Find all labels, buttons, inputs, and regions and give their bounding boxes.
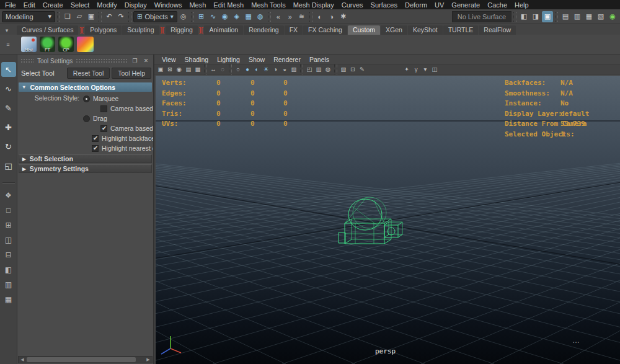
menu-item[interactable]: Windows (151, 1, 186, 9)
layout-custom-icon[interactable]: ▦ (2, 294, 15, 305)
textured-display-icon[interactable]: ◐ (252, 65, 261, 73)
shelf-tab[interactable]: TURTLE (443, 25, 479, 35)
render-settings-icon[interactable]: ✱ (338, 11, 349, 22)
shelf-tab[interactable]: Sculpting (122, 25, 159, 35)
menu-item[interactable]: Create (39, 1, 67, 9)
menu-item[interactable]: UV (431, 1, 448, 9)
tool-settings-titlebar[interactable]: Tool Settings ❐ ✕ (17, 55, 153, 65)
menu-item[interactable]: File (1, 1, 20, 9)
shelf-tab-menu-icon[interactable]: ▾ (2, 25, 12, 35)
snap-to-grid-icon[interactable]: ⊞ (196, 11, 207, 22)
shelf-tab[interactable]: Rendering (244, 25, 283, 35)
shelf-item-paint[interactable] (77, 37, 94, 52)
drag-grip[interactable] (20, 58, 34, 63)
selection-mask-icon[interactable]: ◎ (178, 11, 189, 22)
option-control[interactable] (92, 135, 99, 142)
option-control[interactable] (92, 145, 99, 152)
viewport-canvas[interactable]: Verts: 0 0 0 Edges: 0 0 0 Faces: (156, 76, 620, 364)
output-operations-icon[interactable]: » (285, 11, 296, 22)
shelf-tab[interactable]: Polygons (85, 25, 122, 35)
wireframe-display-icon[interactable]: ○ (234, 65, 242, 73)
snap-to-projected-center-icon[interactable]: ◈ (231, 11, 242, 22)
viewport-menu-item[interactable]: Show (244, 56, 269, 63)
menu-item[interactable]: Generate (448, 1, 484, 9)
shelf-tab[interactable]: FX (285, 25, 303, 35)
scroll-left-icon[interactable]: ◀ (19, 357, 26, 363)
viewport-menu-item[interactable]: Lighting (213, 56, 244, 63)
shelf-tab[interactable]: RealFlow (479, 25, 516, 35)
option-control[interactable] (100, 105, 107, 112)
layout-four-pane-icon[interactable]: ⊞ (2, 220, 15, 231)
xray-icon[interactable]: ▥ (314, 65, 323, 73)
live-surface-field[interactable]: No Live Surface (452, 11, 512, 22)
shelf-tab[interactable]: KeyShot (408, 25, 443, 35)
tool-help-button[interactable]: Tool Help (112, 68, 151, 79)
shaded-display-icon[interactable]: ● (243, 65, 252, 73)
menu-set-dropdown[interactable]: Modeling ▾ (2, 11, 55, 22)
menu-item[interactable]: Display (121, 1, 151, 9)
shelf-options-icon[interactable]: ≡ (3, 40, 13, 49)
layer-editor-toggle-icon[interactable]: ▥ (572, 11, 583, 22)
viewport-menu-item[interactable]: Shading (180, 56, 213, 63)
anti-alias-icon[interactable]: ▨ (290, 65, 298, 73)
attribute-editor-toggle-icon[interactable]: ◨ (530, 11, 541, 22)
viewport-menu-item[interactable]: View (157, 56, 180, 63)
use-all-lights-icon[interactable]: ☀ (262, 65, 270, 73)
shelf-tab[interactable]: Custom (348, 25, 380, 35)
scrollbar-thumb[interactable] (27, 357, 136, 362)
construction-history-icon[interactable]: ≋ (296, 11, 308, 22)
ambient-occlusion-icon[interactable]: ◒ (280, 65, 289, 73)
menu-item[interactable]: Mesh (185, 1, 210, 9)
new-scene-icon[interactable]: ❏ (62, 11, 73, 22)
gamma-icon[interactable]: γ (412, 65, 420, 73)
menu-item[interactable]: Modify (93, 1, 120, 9)
shelf-tab[interactable]: Rigging (166, 25, 198, 35)
section-header-common-selection-options[interactable]: ▼ Common Selection Options (19, 82, 152, 92)
isolate-select-icon[interactable]: ◰ (305, 65, 314, 73)
camera-lock-icon[interactable]: ⊠ (166, 65, 174, 73)
option-control[interactable] (83, 115, 90, 122)
lasso-tool[interactable]: ∿ (1, 81, 16, 96)
shelf-tab[interactable]: FX Caching (303, 25, 347, 35)
menu-item[interactable]: Deform (401, 1, 431, 9)
selection-mask-dropdown[interactable]: ⊞ Objects ▾ (133, 11, 177, 22)
menu-item[interactable]: Surfaces (367, 1, 401, 9)
menu-item[interactable]: Mesh Display (290, 1, 338, 9)
move-tool[interactable]: ✚ (1, 120, 16, 135)
undo-icon[interactable]: ↶ (104, 11, 115, 22)
viewport-menu-item[interactable]: Renderer (269, 56, 305, 63)
symmetry-icon[interactable]: ❖ (2, 190, 15, 201)
grease-pencil-icon[interactable]: ✎ (358, 65, 366, 73)
collapsed-section-header[interactable]: ▶ Soft Selection (19, 154, 152, 163)
shelf-item-hist[interactable]: Hist (21, 37, 37, 52)
option-control[interactable] (83, 95, 90, 102)
shelf-tab[interactable]: XGen (381, 25, 407, 35)
shelf-item-ft[interactable]: FT (40, 37, 55, 52)
snapshot-icon[interactable]: ◫ (430, 65, 439, 73)
dock-icon[interactable]: ❐ (131, 57, 139, 65)
menu-item[interactable]: Curves (338, 1, 367, 9)
open-scene-icon[interactable]: ▱ (74, 11, 85, 22)
scale-tool[interactable]: ◱ (1, 158, 16, 173)
wireframe-on-shaded-icon[interactable]: ◍ (324, 65, 332, 73)
viewport-menu-item[interactable]: Panels (305, 56, 334, 63)
snap-to-points-icon[interactable]: ◉ (219, 11, 231, 22)
reset-tool-button[interactable]: Reset Tool (67, 68, 110, 79)
drag-grip[interactable] (76, 58, 128, 63)
anim-layers-toggle-icon[interactable]: ▧ (595, 11, 606, 22)
snap-to-curves-icon[interactable]: ∿ (208, 11, 219, 22)
shelf-tab[interactable]: Animation (204, 25, 243, 35)
layout-two-stacked-icon[interactable]: ⊟ (2, 249, 15, 260)
save-scene-icon[interactable]: ▣ (86, 11, 97, 22)
exposure-icon[interactable]: ✦ (402, 65, 411, 73)
viewcube-toggle-icon[interactable]: ◉ (607, 11, 618, 22)
make-live-icon[interactable]: ◍ (255, 11, 266, 22)
raise-panels-icon[interactable]: ◧ (518, 11, 529, 22)
menu-item[interactable]: Mesh Tools (247, 1, 289, 9)
layout-three-split-icon[interactable]: ◧ (2, 264, 15, 275)
menu-item[interactable]: Help (511, 1, 533, 9)
render-current-frame-icon[interactable]: ◐ (314, 11, 326, 22)
redo-icon[interactable]: ↷ (115, 11, 126, 22)
modeling-toolkit-toggle-icon[interactable]: ▣ (542, 11, 553, 22)
image-plane-icon[interactable]: ▦ (193, 65, 202, 73)
